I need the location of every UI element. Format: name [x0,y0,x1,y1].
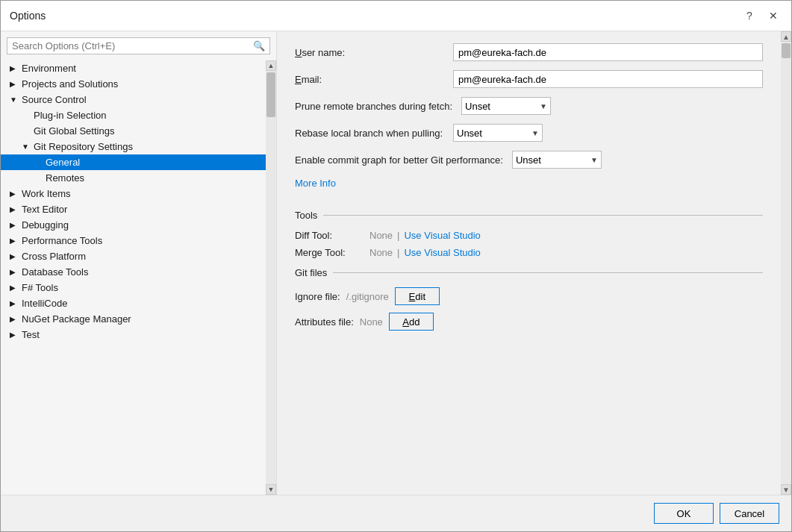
email-input[interactable] [453,70,763,88]
rebase-select[interactable]: Unset ▼ [453,124,543,142]
left-scrollbar: ▲ ▼ [266,60,276,495]
tree-item-test[interactable]: ▶Test [1,327,266,342]
tree-scroll-down[interactable]: ▼ [266,484,276,495]
tree-scroll-up[interactable]: ▲ [266,60,276,71]
add-button[interactable]: Add [389,313,434,331]
cancel-button[interactable]: Cancel [720,503,779,524]
tree-label-cross-platform: Cross Platform [22,251,86,262]
add-underline: A [402,316,409,328]
tree-label-environment: Environment [22,63,76,74]
tree-label-fsharp-tools: F# Tools [22,282,58,293]
prune-select[interactable]: Unset ▼ [461,97,551,115]
tree-item-source-control[interactable]: ▼Source Control [1,92,266,107]
tree-item-git-global-settings[interactable]: Git Global Settings [1,123,266,139]
dialog-title: Options [10,10,46,22]
right-panel-wrapper: User name: Email: Prune remote branches … [277,31,791,495]
tools-divider-line [323,215,763,216]
tree-item-nuget-package-manager[interactable]: ▶NuGet Package Manager [1,311,266,327]
tree-label-debugging: Debugging [22,219,69,231]
prune-value: Unset [465,101,490,112]
tree-arrow-text-editor: ▶ [10,205,19,213]
tree-arrow-projects-solutions: ▶ [10,80,19,88]
git-files-divider-line [333,272,763,273]
tree-item-projects-solutions[interactable]: ▶Projects and Solutions [1,76,266,92]
diff-tool-row: Diff Tool: None | Use Visual Studio [295,230,763,241]
search-icon: 🔍 [253,40,265,51]
tree-arrow-environment: ▶ [10,64,19,72]
more-info-link[interactable]: More Info [295,178,336,189]
diff-tool-value: None [370,230,393,241]
tree-label-projects-solutions: Projects and Solutions [22,78,118,90]
diff-tool-separator: | [397,230,399,241]
tree-item-performance-tools[interactable]: ▶Performance Tools [1,233,266,248]
tree-item-general[interactable]: General [1,154,266,170]
right-panel: User name: Email: Prune remote branches … [277,31,781,495]
right-scroll-thumb [782,43,791,58]
ok-button[interactable]: OK [654,503,714,524]
search-box: 🔍 [7,37,270,54]
git-files-section-divider: Git files [295,267,763,278]
tree-item-fsharp-tools[interactable]: ▶F# Tools [1,280,266,295]
tree-label-general: General [46,157,80,168]
ignore-file-value: /.gitignore [346,291,389,302]
attributes-file-value: None [360,316,383,328]
tree-label-source-control: Source Control [22,94,87,105]
attributes-file-row: Attributes file: None Add [295,313,763,331]
tree-label-git-global-settings: Git Global Settings [34,125,114,137]
tree-label-nuget-package-manager: NuGet Package Manager [22,313,131,325]
commit-graph-select[interactable]: Unset ▼ [512,151,602,169]
tree-arrow-intellicode: ▶ [10,299,19,307]
tree-label-intellicode: IntelliCode [22,298,67,309]
tree-arrow-cross-platform: ▶ [10,252,19,260]
main-content: 🔍 ▶Environment▶Projects and Solutions▼So… [1,31,791,495]
tree-item-git-repository-settings[interactable]: ▼Git Repository Settings [1,139,266,154]
prune-label: Prune remote branches during fetch: [295,101,452,112]
tree-and-scroll: ▶Environment▶Projects and Solutions▼Sour… [1,60,276,495]
tree-label-text-editor: Text Editor [22,204,67,215]
rebase-label: Rebase local branch when pulling: [295,128,444,139]
close-button[interactable]: ✕ [764,7,782,25]
ignore-file-row: Ignore file: /.gitignore EEditdit [295,287,763,305]
tools-section-label: Tools [295,210,317,221]
diff-tool-label: Diff Tool: [295,230,370,241]
email-label: Email: [295,74,444,85]
tree-scroll-track [266,71,276,484]
tree-item-text-editor[interactable]: ▶Text Editor [1,201,266,217]
attributes-file-label: Attributes file: [295,316,354,328]
right-scroll-down[interactable]: ▼ [781,484,791,495]
tree-label-work-items: Work Items [22,188,71,199]
dialog-footer: OK Cancel [1,495,791,531]
commit-graph-value: Unset [516,154,541,166]
email-row: Email: [295,70,763,88]
tree-item-work-items[interactable]: ▶Work Items [1,186,266,201]
commit-graph-label: Enable commit graph for better Git perfo… [295,154,503,166]
tree-item-remotes[interactable]: Remotes [1,170,266,186]
rebase-chevron: ▼ [531,129,539,137]
tree-item-environment[interactable]: ▶Environment [1,60,266,76]
merge-tool-link[interactable]: Use Visual Studio [404,247,480,258]
tree-arrow-test: ▶ [10,331,19,339]
tree-arrow-database-tools: ▶ [10,268,19,276]
tree-item-intellicode[interactable]: ▶IntelliCode [1,295,266,311]
tree-item-debugging[interactable]: ▶Debugging [1,217,266,233]
right-scroll-track [781,42,791,484]
commit-graph-row: Enable commit graph for better Git perfo… [295,151,763,169]
title-bar: Options ? ✕ [1,1,791,31]
tree-label-remotes: Remotes [46,172,84,184]
help-button[interactable]: ? [740,7,758,25]
tree-item-database-tools[interactable]: ▶Database Tools [1,264,266,280]
tree-label-test: Test [22,329,40,340]
username-input[interactable] [453,43,763,61]
prune-row: Prune remote branches during fetch: Unse… [295,97,763,115]
edit-button[interactable]: EEditdit [395,287,440,305]
tree-item-plugin-selection[interactable]: Plug-in Selection [1,107,266,123]
tree-label-performance-tools: Performance Tools [22,235,102,246]
merge-tool-label: Merge Tool: [295,247,370,258]
username-label: User name: [295,47,444,58]
diff-tool-link[interactable]: Use Visual Studio [404,230,480,241]
tree-item-cross-platform[interactable]: ▶Cross Platform [1,248,266,264]
tree-arrow-fsharp-tools: ▶ [10,284,19,292]
right-scroll-up[interactable]: ▲ [781,31,791,42]
right-scrollbar: ▲ ▼ [781,31,791,495]
search-input[interactable] [12,40,250,51]
